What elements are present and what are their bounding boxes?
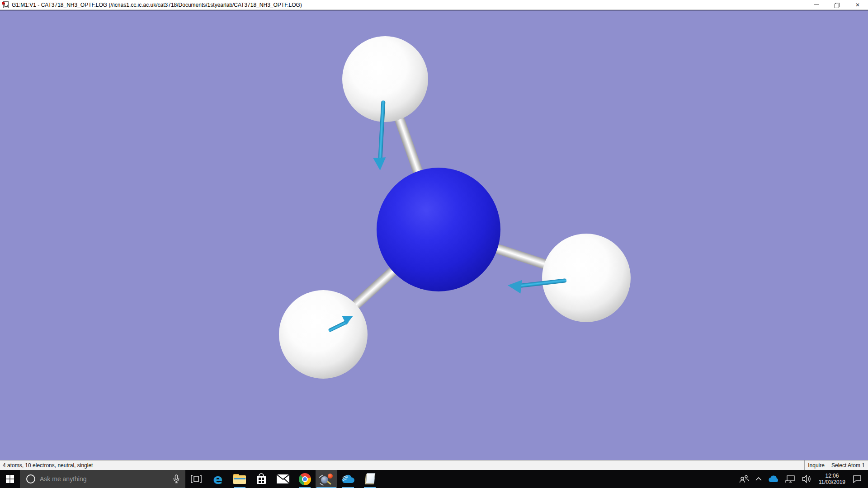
atom-nitrogen[interactable] [377,168,500,291]
taskbar-item-chrome[interactable] [294,470,316,488]
network-icon [785,475,795,483]
taskbar-item-mail[interactable] [272,470,294,488]
taskbar-item-edge[interactable]: e [207,470,229,488]
status-bar: 4 atoms, 10 electrons, neutral, singlet … [0,460,868,470]
edge-icon: e [213,472,222,486]
people-icon [739,475,749,483]
taskbar-item-notepad[interactable] [359,470,381,488]
network-button[interactable] [782,470,798,488]
start-button[interactable] [0,470,20,488]
displacement-vector-top-arrowhead [373,157,386,170]
taskbar-item-blue-cloud-app[interactable] [337,470,359,488]
microphone-icon[interactable] [173,474,180,483]
action-center-icon [853,475,862,483]
taskbar-item-store[interactable] [250,470,272,488]
taskbar: Ask me anything e [0,470,868,488]
title-bar: G1:M1:V1 - CAT3718_NH3_OPTF.LOG (//icnas… [0,0,868,10]
atom-hydrogen-right[interactable] [542,234,631,322]
search-input[interactable]: Ask me anything [40,475,173,483]
speaker-icon [802,475,811,483]
onedrive-button[interactable] [765,470,782,488]
minimize-icon [814,5,819,5]
volume-button[interactable] [798,470,815,488]
chevron-up-icon [755,477,762,481]
people-button[interactable] [736,470,752,488]
taskbar-clock[interactable]: 12:06 11/03/2019 [815,473,849,485]
mouse-mode-indicator: Inquire [804,460,828,470]
taskbar-item-gaussview[interactable] [316,470,337,488]
selection-mode-indicator: Select Atom 1 [828,460,868,470]
gaussview-icon [320,472,333,486]
windows-logo-icon [6,475,14,483]
atom-hydrogen-left[interactable] [279,290,368,379]
task-view-button[interactable] [185,470,207,488]
file-explorer-icon [233,474,246,484]
chrome-icon [299,473,311,485]
mail-icon [277,474,289,483]
show-hidden-icons-button[interactable] [752,470,765,488]
displacement-vector-right-arrowhead [507,279,522,294]
minimize-button[interactable] [806,0,826,9]
taskbar-item-file-explorer[interactable] [229,470,250,488]
blue-cloud-app-icon [341,474,355,484]
cortana-icon [26,474,35,483]
status-spacer [800,460,804,470]
molecule-summary: 4 atoms, 10 electrons, neutral, singlet [0,462,800,469]
store-icon [256,473,267,485]
atom-hydrogen-top[interactable] [342,36,428,122]
app-icon [2,1,9,9]
task-view-icon [191,475,202,483]
close-button[interactable]: ✕ [847,0,868,9]
cortana-search-box[interactable]: Ask me anything [20,470,185,488]
clock-date: 11/03/2019 [819,479,845,485]
restore-icon [835,3,839,7]
window-title: G1:M1:V1 - CAT3718_NH3_OPTF.LOG (//icnas… [12,2,302,8]
system-tray: 12:06 11/03/2019 [736,470,868,488]
clock-time: 12:06 [819,473,845,479]
restore-button[interactable] [826,0,847,9]
onedrive-cloud-icon [768,475,779,483]
notepad-icon [364,473,376,485]
action-center-button[interactable] [849,470,868,488]
